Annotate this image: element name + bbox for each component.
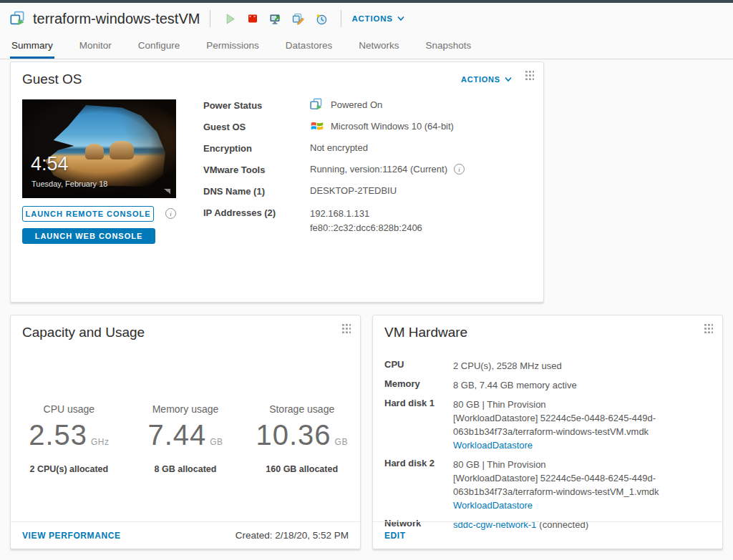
row-label: DNS Name (1) <box>203 185 310 197</box>
usage-stats: CPU usage 2.53GHz 2 CPU(s) allocated Mem… <box>11 403 360 474</box>
hardware-card-title: VM Hardware <box>384 325 467 340</box>
hard-disk-1-value: 80 GB | Thin Provision [WorkloadDatastor… <box>453 398 696 452</box>
stat-unit: GB <box>335 437 348 447</box>
power-status-value: Powered On <box>331 99 382 110</box>
memory-row: Memory 8 GB, 7.44 GB memory active <box>384 378 711 392</box>
stat-label: Memory usage <box>127 403 244 415</box>
guest-os-actions-menu[interactable]: ACTIONS <box>461 75 512 84</box>
stat-allocated: 8 GB allocated <box>127 464 244 474</box>
guest-os-card: Guest OS ACTIONS 4:54 Tuesday, February … <box>10 62 544 303</box>
row-label: Encryption <box>203 142 310 154</box>
ip-addresses-row: IP Addresses (2) 192.168.1.131 fe80::2c3… <box>203 207 532 235</box>
stat-unit: GHz <box>91 437 110 447</box>
row-label: Hard disk 2 <box>384 458 453 468</box>
vmware-tools-value: Running, version:11264 (Current) <box>310 164 447 175</box>
power-off-button[interactable] <box>243 10 262 27</box>
info-icon[interactable]: i <box>454 164 465 175</box>
cpu-value: 2 CPU(s), 2528 MHz used <box>453 359 562 373</box>
tab-networks[interactable]: Networks <box>357 34 400 59</box>
row-label: VMware Tools <box>203 164 310 175</box>
datastore-link[interactable]: WorkloadDatastore <box>453 440 533 451</box>
row-label: Guest OS <box>203 121 310 132</box>
launch-remote-console-button[interactable] <box>266 10 285 27</box>
edit-settings-button[interactable] <box>289 10 308 27</box>
datastore-link[interactable]: WorkloadDatastore <box>453 500 533 511</box>
edit-hardware-link[interactable]: EDIT <box>384 531 406 541</box>
power-on-button[interactable] <box>220 10 239 27</box>
page-title: terraform-windows-testVM <box>33 11 200 27</box>
divider <box>341 10 341 27</box>
encryption-value: Not encrypted <box>310 142 368 153</box>
vm-powered-on-icon <box>10 11 27 26</box>
card-drag-handle[interactable] <box>525 71 534 81</box>
vm-hardware-card: VM Hardware CPU 2 CPU(s), 2528 MHz used … <box>372 315 723 549</box>
dns-name-row: DNS Name (1) DESKTOP-2TEDBIU <box>203 185 532 207</box>
row-label: Memory <box>384 378 453 389</box>
edit-settings-icon <box>292 13 305 25</box>
vm-console-thumbnail[interactable]: 4:54 Tuesday, February 18 <box>22 99 176 198</box>
actions-label: ACTIONS <box>351 14 392 23</box>
ip-address-2: fe80::2c32:dcc6:828b:2406 <box>310 221 422 235</box>
vm-powered-on-icon <box>310 98 324 111</box>
ip-address-1: 192.168.1.131 <box>310 207 422 221</box>
windows-logo-icon <box>310 119 324 132</box>
snapshot-icon <box>315 13 328 25</box>
row-label: IP Addresses (2) <box>203 207 310 218</box>
vm-toolbar <box>220 10 331 27</box>
power-off-icon <box>247 13 258 24</box>
launch-web-console-button[interactable]: LAUNCH WEB CONSOLE <box>22 228 155 244</box>
dns-name-value: DESKTOP-2TEDBIU <box>310 185 397 196</box>
card-drag-handle[interactable] <box>342 324 351 334</box>
tab-monitor[interactable]: Monitor <box>78 34 113 59</box>
lockscreen-network-icon <box>164 189 170 194</box>
stat-label: Storage usage <box>243 403 360 415</box>
tab-snapshots[interactable]: Snapshots <box>424 34 472 59</box>
capacity-card-title: Capacity and Usage <box>22 325 145 340</box>
guest-os-card-title: Guest OS <box>22 72 82 87</box>
row-label: Hard disk 1 <box>384 398 453 408</box>
lockscreen-time: 4:54 <box>31 153 69 175</box>
hard-disk-1-row: Hard disk 1 80 GB | Thin Provision [Work… <box>384 398 711 452</box>
tab-bar: Summary Monitor Configure Permissions Da… <box>0 34 733 59</box>
guest-os-row: Guest OS Microsoft Windows 10 (64-bit) <box>203 121 532 142</box>
tab-summary[interactable]: Summary <box>10 34 54 59</box>
tab-datastores[interactable]: Datastores <box>284 34 334 59</box>
launch-console-icon <box>269 13 282 25</box>
hard-disk-2-row: Hard disk 2 80 GB | Thin Provision [Work… <box>384 458 711 512</box>
tab-configure[interactable]: Configure <box>137 34 182 59</box>
power-status-row: Power Status Powered On <box>203 99 532 121</box>
card-drag-handle[interactable] <box>704 324 713 334</box>
row-label: CPU <box>384 359 453 370</box>
stat-allocated: 2 CPU(s) allocated <box>11 464 127 474</box>
cpu-usage-value: 2.53GHz <box>11 419 127 458</box>
object-header: terraform-windows-testVM <box>0 3 733 34</box>
stat-label: CPU usage <box>11 403 127 415</box>
actions-label: ACTIONS <box>461 75 500 84</box>
info-icon[interactable]: i <box>165 208 176 219</box>
guest-os-value: Microsoft Windows 10 (64-bit) <box>331 121 454 132</box>
memory-usage-value: 7.44GB <box>127 419 244 458</box>
tab-permissions[interactable]: Permissions <box>205 34 261 59</box>
chevron-down-icon <box>397 15 404 22</box>
manage-snapshots-button[interactable] <box>312 10 331 27</box>
memory-usage-stat: Memory usage 7.44GB 8 GB allocated <box>127 403 244 474</box>
cpu-usage-stat: CPU usage 2.53GHz 2 CPU(s) allocated <box>11 403 127 474</box>
launch-remote-console-button[interactable]: LAUNCH REMOTE CONSOLE <box>22 206 154 222</box>
storage-usage-value: 10.36GB <box>243 419 360 458</box>
storage-usage-stat: Storage usage 10.36GB 160 GB allocated <box>243 403 360 474</box>
chevron-down-icon <box>505 76 512 83</box>
capacity-card-footer: VIEW PERFORMANCE Created: 2/18/20, 5:52 … <box>11 521 360 549</box>
created-timestamp: Created: 2/18/20, 5:52 PM <box>236 530 349 541</box>
vm-actions-menu[interactable]: ACTIONS <box>351 14 404 23</box>
stat-allocated: 160 GB allocated <box>243 464 360 474</box>
guest-os-details: Power Status Powered On Guest OS M <box>203 99 532 235</box>
power-on-icon <box>224 13 236 25</box>
vmware-tools-row: VMware Tools Running, version:11264 (Cur… <box>203 164 532 185</box>
hardware-details: CPU 2 CPU(s), 2528 MHz used Memory 8 GB,… <box>384 359 711 537</box>
encryption-row: Encryption Not encrypted <box>203 142 532 164</box>
capacity-usage-card: Capacity and Usage CPU usage 2.53GHz 2 C… <box>10 315 361 549</box>
memory-value: 8 GB, 7.44 GB memory active <box>453 378 577 392</box>
view-performance-link[interactable]: VIEW PERFORMANCE <box>22 531 121 541</box>
hard-disk-2-value: 80 GB | Thin Provision [WorkloadDatastor… <box>453 458 696 512</box>
hardware-card-footer: EDIT <box>373 521 722 549</box>
